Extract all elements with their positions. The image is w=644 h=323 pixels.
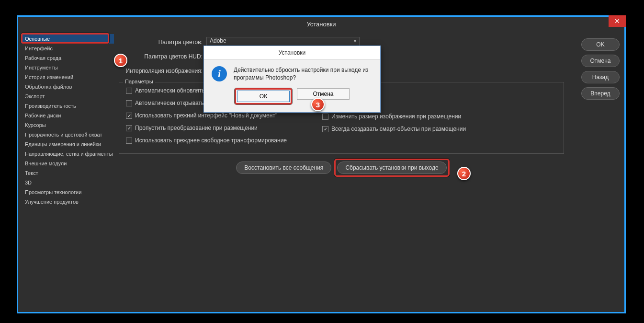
- bottom-button-row: Восстановить все сообщения Сбрасывать ус…: [119, 162, 564, 174]
- color-picker-label: Палитра цветов:: [119, 39, 203, 46]
- annotation-badge-3: 3: [311, 98, 325, 111]
- confirm-dialog: Установки i Действительно сбросить настр…: [203, 46, 381, 113]
- sidebar-item-product-improvement[interactable]: Улучшение продуктов: [21, 197, 114, 207]
- sidebar-item-workspace[interactable]: Рабочая среда: [21, 53, 114, 63]
- next-button[interactable]: Вперед: [581, 87, 620, 100]
- sidebar-item-guides[interactable]: Направляющие, сетка и фрагменты: [21, 149, 114, 159]
- chk-smart-objects[interactable]: Всегда создавать смарт-объекты при разме…: [322, 126, 466, 132]
- prev-button[interactable]: Назад: [581, 71, 620, 83]
- confirm-cancel-button[interactable]: Отмена: [297, 88, 350, 100]
- ok-button[interactable]: OK: [581, 38, 620, 51]
- sidebar-item-cursors[interactable]: Курсоры: [21, 120, 114, 130]
- hud-picker-label: Палитра цветов HUD:: [119, 53, 203, 60]
- restore-messages-button[interactable]: Восстановить все сообщения: [236, 162, 331, 174]
- annotation-badge-2: 2: [457, 167, 471, 180]
- annotation-highlight-3: ОК: [235, 88, 292, 104]
- cancel-button[interactable]: Отмена: [581, 55, 620, 67]
- chk-resize-on-place[interactable]: Изменить размер изображения при размещен…: [322, 113, 466, 120]
- confirm-text: Действительно сбросить настройки при вых…: [234, 66, 373, 81]
- chk-legacy-new-doc[interactable]: Использовать прежний интерфейс "Новый до…: [126, 112, 303, 119]
- sidebar-item-units[interactable]: Единицы измерения и линейки: [21, 139, 114, 149]
- sidebar: Основные Интерфейс Рабочая среда Инструм…: [18, 31, 114, 312]
- title-bar: Установки ✕: [18, 17, 624, 31]
- confirm-title: Установки: [204, 46, 380, 59]
- chk-skip-transform[interactable]: Пропустить преобразование при размещении: [126, 125, 303, 131]
- options-legend: Параметры: [123, 79, 155, 84]
- interpolation-label: Интерполяция изображения:: [119, 68, 203, 74]
- sidebar-item-interface[interactable]: Интерфейс: [21, 44, 114, 53]
- sidebar-item-scratch-disks[interactable]: Рабочие диски: [21, 111, 114, 120]
- confirm-ok-button[interactable]: ОК: [237, 91, 290, 102]
- sidebar-item-plugins[interactable]: Внешние модули: [21, 159, 114, 168]
- sidebar-item-general[interactable]: Основные: [21, 34, 114, 44]
- chk-legacy-free-transform[interactable]: Использовать прежднее свободное трансфор…: [126, 137, 303, 144]
- annotation-highlight-2: [334, 159, 449, 177]
- info-icon: i: [212, 66, 227, 81]
- sidebar-item-performance[interactable]: Производительность: [21, 101, 114, 111]
- sidebar-item-history[interactable]: История изменений: [21, 72, 114, 82]
- annotation-badge-1: 1: [114, 54, 127, 67]
- sidebar-item-tools[interactable]: Инструменты: [21, 63, 114, 72]
- sidebar-item-export[interactable]: Экспорт: [21, 92, 114, 101]
- sidebar-item-file-handling[interactable]: Обработка файлов: [21, 82, 114, 92]
- close-button[interactable]: ✕: [609, 15, 626, 27]
- sidebar-item-tech-previews[interactable]: Просмотры технологии: [21, 187, 114, 197]
- window-title: Установки: [306, 21, 336, 28]
- dialog-action-buttons: OK Отмена Назад Вперед: [581, 38, 620, 100]
- sidebar-item-transparency[interactable]: Прозрачность и цветовой охват: [21, 130, 114, 139]
- sidebar-item-type[interactable]: Текст: [21, 168, 114, 178]
- sidebar-item-3d[interactable]: 3D: [21, 178, 114, 187]
